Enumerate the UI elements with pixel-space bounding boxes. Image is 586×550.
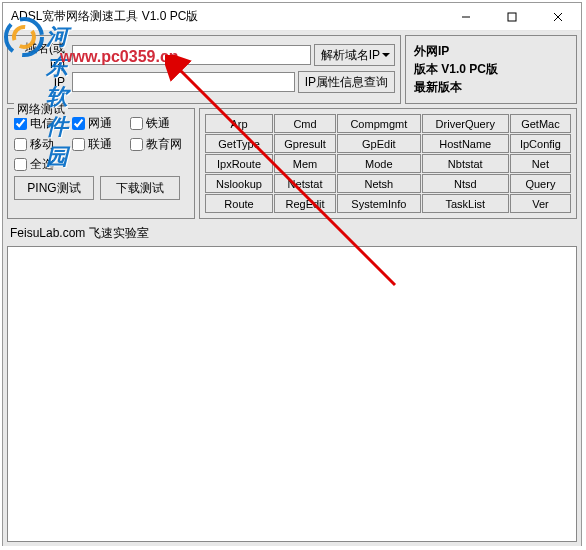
isp-label-5: 教育网	[146, 136, 182, 153]
close-button[interactable]	[535, 3, 581, 31]
svg-rect-1	[508, 13, 516, 21]
cmd-button-cmd[interactable]: Cmd	[274, 114, 336, 133]
footer-text: FeisuLab.com 飞速实验室	[7, 223, 577, 244]
cmd-button-nslookup[interactable]: Nslookup	[205, 174, 273, 193]
cmd-button-netstat[interactable]: Netstat	[274, 174, 336, 193]
url-panel: 域名(或IP) 解析域名IP IP IP属性信息查询	[7, 35, 401, 104]
cmd-button-ntsd[interactable]: Ntsd	[422, 174, 509, 193]
isp-checkbox-3[interactable]	[14, 138, 27, 151]
isp-label-3: 移动	[30, 136, 54, 153]
window-title: ADSL宽带网络测速工具 V1.0 PC版	[11, 8, 443, 25]
isp-check-3[interactable]: 移动	[14, 136, 72, 153]
isp-check-5[interactable]: 教育网	[130, 136, 188, 153]
domain-input[interactable]	[72, 45, 311, 65]
cmd-button-compmgmt[interactable]: Compmgmt	[337, 114, 421, 133]
download-test-button[interactable]: 下载测试	[100, 176, 180, 200]
cmd-button-regedit[interactable]: RegEdit	[274, 194, 336, 213]
isp-label-1: 网通	[88, 115, 112, 132]
ip-info-panel: 外网IP 版本 V1.0 PC版 最新版本	[405, 35, 577, 104]
isp-checkbox-5[interactable]	[130, 138, 143, 151]
ip-label: IP	[13, 75, 69, 89]
ping-test-button[interactable]: PING测试	[14, 176, 94, 200]
external-ip-label: 外网IP	[414, 44, 449, 58]
resolve-domain-button[interactable]: 解析域名IP	[314, 44, 395, 66]
isp-checkbox-0[interactable]	[14, 117, 27, 130]
isp-check-1[interactable]: 网通	[72, 115, 130, 132]
output-area[interactable]	[7, 246, 577, 542]
cmd-button-systeminfo[interactable]: SystemInfo	[337, 194, 421, 213]
network-test-legend: 网络测试	[14, 101, 68, 118]
domain-label: 域名(或IP)	[13, 40, 69, 71]
cmd-button-hostname[interactable]: HostName	[422, 134, 509, 153]
latest-version-label: 最新版本	[414, 80, 462, 94]
isp-check-2[interactable]: 铁通	[130, 115, 188, 132]
title-bar: ADSL宽带网络测速工具 V1.0 PC版	[3, 3, 581, 31]
cmd-button-tasklist[interactable]: TaskList	[422, 194, 509, 213]
cmd-button-net[interactable]: Net	[510, 154, 571, 173]
select-all-label: 全选	[30, 156, 54, 173]
ip-input[interactable]	[72, 72, 295, 92]
cmd-button-ver[interactable]: Ver	[510, 194, 571, 213]
commands-panel: ArpCmdCompmgmtDriverQueryGetMacGetTypeGp…	[199, 108, 577, 219]
isp-checkbox-4[interactable]	[72, 138, 85, 151]
isp-label-2: 铁通	[146, 115, 170, 132]
cmd-button-getmac[interactable]: GetMac	[510, 114, 571, 133]
cmd-button-mode[interactable]: Mode	[337, 154, 421, 173]
cmd-button-gpedit[interactable]: GpEdit	[337, 134, 421, 153]
cmd-button-route[interactable]: Route	[205, 194, 273, 213]
cmd-button-mem[interactable]: Mem	[274, 154, 336, 173]
ip-info-button[interactable]: IP属性信息查询	[298, 71, 395, 93]
isp-checkbox-2[interactable]	[130, 117, 143, 130]
cmd-button-query[interactable]: Query	[510, 174, 571, 193]
minimize-button[interactable]	[443, 3, 489, 31]
cmd-button-gettype[interactable]: GetType	[205, 134, 273, 153]
network-test-panel: 网络测试 电信网通铁通移动联通教育网 全选 PING测试 下载测试	[7, 108, 195, 219]
cmd-button-gpresult[interactable]: Gpresult	[274, 134, 336, 153]
cmd-button-nbtstat[interactable]: Nbtstat	[422, 154, 509, 173]
select-all-checkbox[interactable]	[14, 158, 27, 171]
cmd-button-driverquery[interactable]: DriverQuery	[422, 114, 509, 133]
version-label: 版本	[414, 62, 438, 76]
cmd-button-arp[interactable]: Arp	[205, 114, 273, 133]
cmd-button-ipconfig[interactable]: IpConfig	[510, 134, 571, 153]
cmd-button-ipxroute[interactable]: IpxRoute	[205, 154, 273, 173]
version-value: V1.0 PC版	[441, 62, 498, 76]
isp-label-4: 联通	[88, 136, 112, 153]
isp-checkbox-1[interactable]	[72, 117, 85, 130]
maximize-button[interactable]	[489, 3, 535, 31]
isp-check-4[interactable]: 联通	[72, 136, 130, 153]
cmd-button-netsh[interactable]: Netsh	[337, 174, 421, 193]
